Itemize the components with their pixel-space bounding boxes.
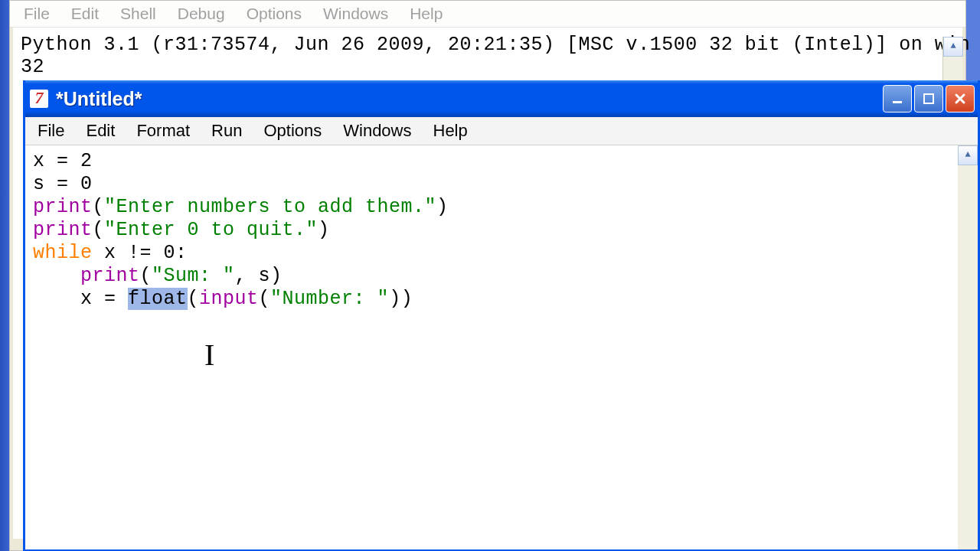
token-while: while [33,242,93,264]
token-paren: ) [436,196,449,218]
code-editor[interactable]: x = 2 s = 0 print("Enter numbers to add … [25,145,978,549]
token-string: "Sum: " [152,265,235,287]
app-icon: 7 [30,90,48,108]
token-paren: ( [188,288,200,310]
code-line-2: s = 0 [33,173,93,195]
token-print: print [80,265,140,287]
shell-menu-help[interactable]: Help [399,3,453,24]
shell-menu-windows[interactable]: Windows [312,3,399,24]
token-paren: ( [140,265,152,287]
shell-menu-shell[interactable]: Shell [109,3,167,24]
code-text: )) [389,288,413,310]
shell-menubar: File Edit Shell Debug Options Windows He… [10,1,965,28]
editor-menubar: File Edit Format Run Options Windows Hel… [25,117,978,145]
editor-menu-help[interactable]: Help [423,119,479,142]
svg-rect-0 [893,101,902,103]
minimize-icon [891,93,903,105]
token-paren: ( [93,219,105,241]
window-controls [883,85,975,112]
close-icon [954,93,966,105]
editor-scrollbar[interactable]: ▲ [958,145,978,549]
svg-rect-1 [924,94,933,103]
shell-menu-edit[interactable]: Edit [60,3,109,24]
maximize-button[interactable] [914,85,943,112]
code-text: , s) [235,265,283,287]
token-float-selected: float [128,288,188,310]
token-paren: ( [93,196,105,218]
code-line-1: x = 2 [33,150,93,172]
token-paren: ( [259,288,271,310]
token-string: "Number: " [270,288,389,310]
shell-menu-options[interactable]: Options [236,3,312,24]
code-indent [33,265,80,287]
maximize-icon [923,93,935,105]
shell-menu-debug[interactable]: Debug [167,3,236,24]
token-input: input [199,288,259,310]
token-print: print [33,219,93,241]
shell-menu-file[interactable]: File [13,3,60,24]
editor-menu-windows[interactable]: Windows [332,119,422,142]
titlebar[interactable]: 7 *Untitled* [25,80,978,117]
editor-menu-format[interactable]: Format [126,119,201,142]
editor-menu-file[interactable]: File [27,119,75,142]
minimize-button[interactable] [883,85,912,112]
token-string: "Enter 0 to quit." [104,219,318,241]
code-text: x != 0: [93,242,188,264]
editor-menu-edit[interactable]: Edit [75,119,126,142]
scroll-up-icon[interactable]: ▲ [958,145,978,165]
editor-menu-run[interactable]: Run [201,119,253,142]
scroll-up-icon[interactable]: ▲ [943,37,963,57]
code-indent: x = [33,288,128,310]
token-print: print [33,196,93,218]
editor-body: x = 2 s = 0 print("Enter numbers to add … [25,145,978,549]
token-paren: ) [318,219,330,241]
token-string: "Enter numbers to add them." [104,196,436,218]
desktop-edge [0,0,9,551]
window-title: *Untitled* [56,88,142,110]
editor-menu-options[interactable]: Options [253,119,332,142]
idle-editor-window: 7 *Untitled* File Edit Format Run Option… [23,80,980,551]
close-button[interactable] [946,85,975,112]
